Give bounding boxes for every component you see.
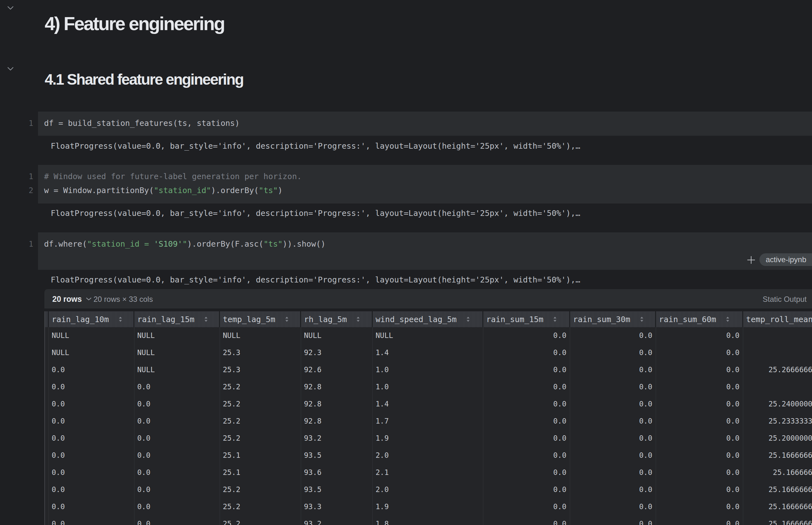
table-cell: 92.8	[301, 413, 373, 430]
static-output-label: Static Output	[763, 295, 807, 304]
table-cell: 25.166666666666668	[743, 447, 812, 464]
row-gutter	[45, 464, 49, 481]
code-line[interactable]: 1df = build_station_features(ts, station…	[44, 116, 812, 130]
sort-arrows-icon	[356, 316, 360, 322]
row-gutter	[45, 396, 49, 413]
table-cell: 0.0	[49, 481, 134, 498]
column-header-rain_lag_15m[interactable]: rain_lag_15m	[134, 311, 220, 327]
table-cell: 25.3	[220, 344, 301, 361]
sort-arrows-icon	[553, 316, 557, 322]
table-cell: 0.0	[483, 396, 570, 413]
column-header-wind_speed_lag_5m[interactable]: wind_speed_lag_5m	[373, 311, 483, 327]
cell-output: FloatProgress(value=0.0, bar_style='info…	[51, 141, 580, 151]
table-cell: 0.0	[483, 430, 570, 447]
column-header-rh_lag_5m[interactable]: rh_lag_5m	[301, 311, 373, 327]
column-header-rain_sum_30m[interactable]: rain_sum_30m	[570, 311, 656, 327]
row-gutter	[45, 327, 49, 344]
table-row: NULLNULL25.392.31.40.00.00.0	[45, 344, 812, 361]
rows-per-page-select[interactable]: 20 rows	[52, 294, 92, 304]
section-collapse-chevron-icon[interactable]	[7, 66, 14, 71]
table-cell: 0.0	[656, 430, 743, 447]
table-cell: 93.2	[301, 515, 373, 525]
code-cell[interactable]: 1df.where("station_id = 'S109'").orderBy…	[38, 232, 812, 270]
table-cell: 92.8	[301, 378, 373, 396]
add-tag-plus-icon[interactable]	[747, 256, 755, 265]
row-gutter	[45, 481, 49, 498]
sort-arrows-icon	[204, 316, 208, 322]
table-row: 0.00.025.292.81.70.00.00.025.23333333333…	[45, 413, 812, 430]
table-cell: 25.2	[220, 378, 301, 396]
row-gutter	[45, 413, 49, 430]
column-header-rain_sum_15m[interactable]: rain_sum_15m	[483, 311, 570, 327]
table-cell: 0.0	[570, 327, 656, 344]
chevron-down-icon	[86, 297, 92, 301]
table-cell: 0.0	[134, 378, 220, 396]
table-cell: 25.166666666666668	[743, 498, 812, 515]
cell-tag-badge[interactable]: active-ipynb	[760, 253, 812, 266]
code-cell[interactable]: 1# Window used for future-label generati…	[38, 165, 812, 204]
table-cell: 25.200000000000003	[743, 430, 812, 447]
line-number: 1	[28, 170, 33, 183]
table-cell: 1.7	[373, 413, 483, 430]
row-gutter	[45, 447, 49, 464]
column-header-label: rh_lag_5m	[304, 315, 347, 324]
subsection-title: 4.1 Shared feature engineering	[45, 72, 243, 87]
table-cell: 0.0	[134, 464, 220, 481]
table-cell: 25.166666666666668	[743, 481, 812, 498]
table-cell: 0.0	[49, 447, 134, 464]
table-cell: 93.2	[301, 430, 373, 447]
column-header-temp_lag_5m[interactable]: temp_lag_5m	[220, 311, 301, 327]
table-cell: 1.0	[373, 378, 483, 396]
table-cell: 0.0	[570, 396, 656, 413]
row-gutter	[45, 361, 49, 378]
code-line[interactable]: 1# Window used for future-label generati…	[44, 170, 812, 183]
sort-arrows-icon	[726, 316, 730, 322]
table-cell: 1.9	[373, 498, 483, 515]
table-cell: 0.0	[49, 430, 134, 447]
table-cell: 0.0	[49, 378, 134, 396]
table-cell: 0.0	[483, 327, 570, 344]
code-token: # Window used for future-label generatio…	[44, 172, 302, 181]
table-cell: 0.0	[656, 327, 743, 344]
table-cell: 0.0	[483, 413, 570, 430]
table-cell: NULL	[220, 327, 301, 344]
sort-arrows-icon	[640, 316, 644, 322]
table-cell: 0.0	[483, 498, 570, 515]
code-token: "	[183, 239, 187, 249]
table-header-row: rain_lag_10mrain_lag_15mtemp_lag_5mrh_la…	[45, 311, 812, 327]
table-cell: 92.3	[301, 344, 373, 361]
section-collapse-chevron-icon[interactable]	[7, 6, 14, 10]
column-header-rain_lag_10m[interactable]: rain_lag_10m	[49, 311, 134, 327]
table-cell: 25.266666666666666	[743, 361, 812, 378]
table-cell: 1.0	[373, 361, 483, 378]
table-cell: 2.0	[373, 447, 483, 464]
row-gutter	[45, 430, 49, 447]
table-cell: 0.0	[570, 464, 656, 481]
table-cell	[743, 327, 812, 344]
code-line[interactable]: 1df.where("station_id = 'S109'").orderBy…	[44, 237, 812, 251]
table-cell: 0.0	[134, 447, 220, 464]
code-cell[interactable]: 1df = build_station_features(ts, station…	[38, 111, 812, 136]
table-cell: 0.0	[656, 464, 743, 481]
column-header-rain_sum_60m[interactable]: rain_sum_60m	[656, 311, 743, 327]
column-header-temp_roll_mean_15m[interactable]: temp_roll_mean_15m	[743, 311, 812, 327]
code-token: 'S109'	[154, 239, 182, 249]
table-cell: 25.2	[220, 498, 301, 515]
table-cell: 1.4	[373, 344, 483, 361]
line-number: 2	[28, 183, 33, 197]
table-cell: 0.0	[570, 413, 656, 430]
table-row: 0.00.025.293.52.00.00.00.025.16666666666…	[45, 481, 812, 498]
table-cell: 0.0	[570, 481, 656, 498]
code-line[interactable]: 2w = Window.partitionBy("station_id").or…	[44, 183, 812, 197]
line-number: 1	[28, 237, 33, 251]
sort-arrows-icon	[466, 316, 470, 322]
table-cell: 25.16666666666667	[743, 464, 812, 481]
table-cell: 25.2	[220, 481, 301, 498]
table-cell: 25.2	[220, 396, 301, 413]
table-toolbar: 20 rows 20 rows × 33 cols Static Output	[44, 289, 812, 309]
table-cell: 93.5	[301, 447, 373, 464]
table-cell: 25.2	[220, 430, 301, 447]
table-cell: 0.0	[134, 498, 220, 515]
table-cell: 0.0	[483, 515, 570, 525]
table-row: 0.00.025.292.81.00.00.00.0	[45, 378, 812, 396]
